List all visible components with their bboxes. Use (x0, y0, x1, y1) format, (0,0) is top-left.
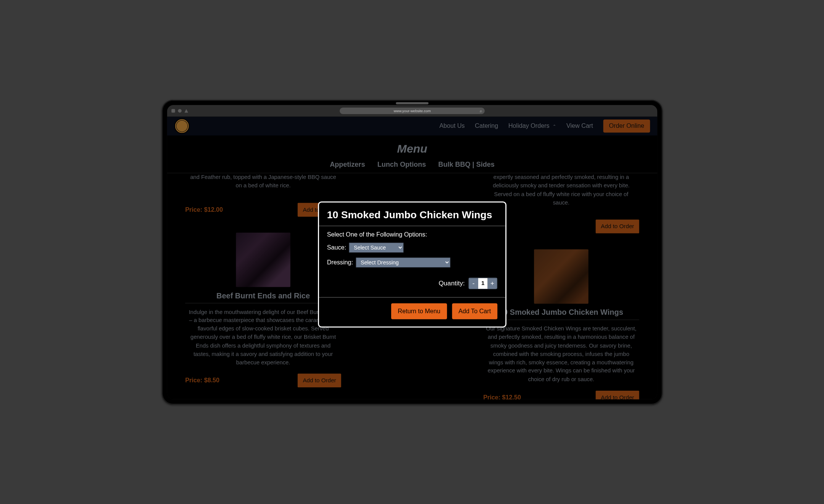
modal-options-head: Select One of the Following Options: (327, 231, 497, 238)
device-inner: www.your-website.com ⌕ About Us Catering… (167, 105, 657, 399)
add-to-cart-button[interactable]: Add To Cart (452, 303, 497, 319)
modal-title: 10 Smoked Jumbo Chicken Wings (319, 202, 505, 225)
window-controls (171, 109, 188, 113)
sauce-select[interactable]: Select Sauce (349, 243, 403, 253)
quantity-decrease-button[interactable]: - (469, 278, 478, 289)
quantity-value: 1 (478, 278, 487, 289)
browser-chrome: www.your-website.com ⌕ (167, 105, 657, 116)
window-control-1[interactable] (171, 109, 175, 113)
device-notch (396, 102, 429, 104)
address-bar[interactable]: www.your-website.com ⌕ (340, 107, 485, 114)
dressing-select[interactable]: Select Dressing (356, 258, 450, 267)
window-control-2[interactable] (178, 109, 182, 113)
window-control-3[interactable] (184, 109, 188, 113)
item-options-modal: 10 Smoked Jumbo Chicken Wings Select One… (318, 201, 506, 328)
page: About Us Catering Holiday Orders ⌃ View … (167, 116, 657, 399)
quantity-label: Quantity: (439, 279, 464, 287)
quantity-increase-button[interactable]: + (487, 278, 497, 289)
search-icon: ⌕ (479, 109, 482, 113)
address-url: www.your-website.com (393, 109, 431, 113)
dressing-row: Dressing: Select Dressing (327, 258, 497, 267)
quantity-row: Quantity: - 1 + (327, 277, 497, 289)
modal-footer: Return to Menu Add To Cart (319, 297, 505, 326)
quantity-stepper: - 1 + (468, 277, 497, 289)
dressing-label: Dressing: (327, 259, 353, 266)
sauce-label: Sauce: (327, 244, 346, 251)
return-to-menu-button[interactable]: Return to Menu (391, 303, 447, 319)
device-frame: www.your-website.com ⌕ About Us Catering… (162, 100, 662, 404)
modal-body: Select One of the Following Options: Sau… (319, 226, 505, 297)
sauce-row: Sauce: Select Sauce (327, 243, 497, 253)
